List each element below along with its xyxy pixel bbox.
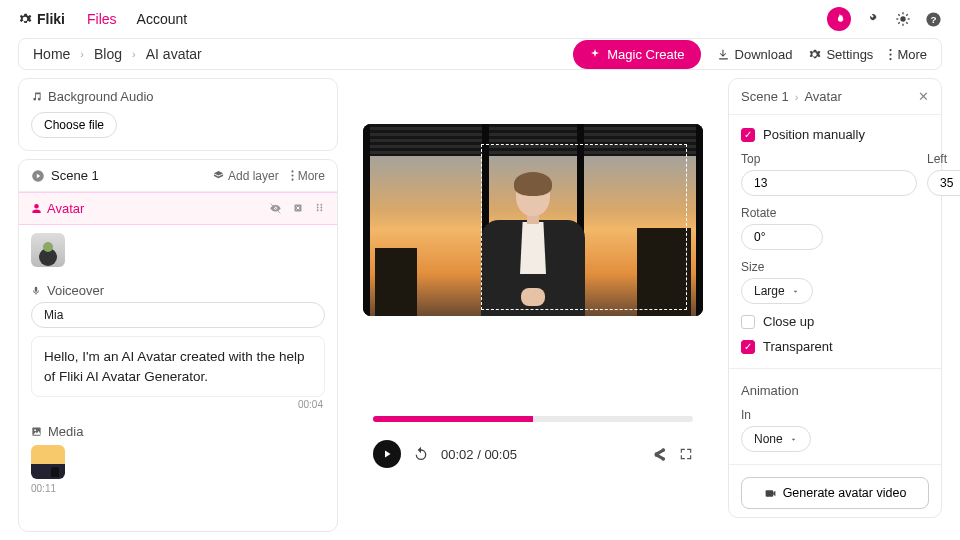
chevron-down-icon [789,435,798,444]
svg-point-11 [890,48,892,50]
time-display: 00:02 / 00:05 [441,447,517,462]
tools-icon[interactable] [865,11,881,27]
gear-icon [18,12,32,26]
visibility-off-icon[interactable] [269,202,282,215]
svg-line-7 [898,22,899,23]
position-manually-checkbox[interactable] [741,128,755,142]
left-label: Left [927,152,960,166]
closeup-label: Close up [763,314,814,329]
crumb-current[interactable]: AI avatar [146,46,202,62]
magic-create-button[interactable]: Magic Create [573,40,700,69]
play-circle-icon[interactable] [31,169,45,183]
svg-line-5 [898,14,899,15]
media-duration: 00:11 [19,481,337,504]
transparent-label: Transparent [763,339,833,354]
svg-point-22 [320,207,322,209]
svg-line-8 [906,14,907,15]
svg-point-24 [320,209,322,211]
transcript-text[interactable]: Hello, I'm an AI Avatar created with the… [31,336,325,397]
chevron-right-icon: › [132,48,136,60]
voiceover-duration: 00:04 [19,399,337,416]
replay-button[interactable] [413,446,429,462]
settings-button[interactable]: Settings [808,47,873,62]
svg-point-15 [291,170,293,172]
chevron-right-icon: › [80,48,84,60]
layers-icon [213,170,224,181]
share-icon [652,447,667,462]
scene-more-button[interactable]: More [291,169,325,183]
generate-avatar-button[interactable]: Generate avatar video [741,477,929,509]
svg-point-20 [320,204,322,206]
progress-bar[interactable] [373,416,693,422]
fullscreen-icon [679,447,693,461]
svg-point-0 [900,16,905,21]
download-button[interactable]: Download [717,47,793,62]
transparent-checkbox[interactable] [741,340,755,354]
avatar-thumbnail[interactable] [31,233,65,267]
selection-box[interactable] [481,144,687,310]
share-button[interactable] [652,447,667,462]
mic-icon [31,286,41,296]
svg-point-13 [890,57,892,59]
tab-account[interactable]: Account [137,11,188,27]
rotate-input[interactable] [741,224,823,250]
streak-badge[interactable] [827,7,851,31]
media-thumbnail[interactable] [31,445,65,479]
svg-point-12 [890,53,892,55]
left-input[interactable] [927,170,960,196]
video-icon [764,487,777,500]
voice-chip[interactable]: Mia [31,302,325,328]
size-select[interactable]: Large [741,278,813,304]
svg-point-21 [317,207,319,209]
play-button[interactable] [373,440,401,468]
tab-files[interactable]: Files [87,11,117,27]
replay-icon [413,446,429,462]
more-button[interactable]: More [889,47,927,62]
svg-line-6 [906,22,907,23]
more-vertical-icon [291,170,294,181]
theme-icon[interactable] [895,11,911,27]
scene-card: Scene 1 Add layer More Avatar [18,159,338,532]
avatar-layer-row[interactable]: Avatar [19,192,337,225]
image-icon [31,426,42,437]
choose-file-button[interactable]: Choose file [31,112,117,138]
background-audio-label: Background Audio [48,89,154,104]
panel-crumb-scene[interactable]: Scene 1 [741,89,789,104]
background-audio-card: Background Audio Choose file [18,78,338,151]
brand-name: Fliki [37,11,65,27]
crumb-home[interactable]: Home [33,46,70,62]
chevron-right-icon: › [795,91,799,103]
brand[interactable]: Fliki [18,11,65,27]
media-label: Media [48,424,83,439]
person-icon [31,203,42,214]
drag-handle-icon[interactable] [314,202,325,213]
chevron-down-icon [791,287,800,296]
svg-rect-27 [765,490,773,497]
add-layer-button[interactable]: Add layer [213,169,279,183]
animation-in-select[interactable]: None [741,426,811,452]
panel-crumb-avatar[interactable]: Avatar [804,89,841,104]
svg-point-23 [317,209,319,211]
svg-text:?: ? [930,14,936,25]
rotate-label: Rotate [741,206,929,220]
more-vertical-icon [889,48,892,61]
crumb-blog[interactable]: Blog [94,46,122,62]
svg-point-17 [291,179,293,181]
fullscreen-button[interactable] [679,447,693,462]
scene-title: Scene 1 [51,168,99,183]
voiceover-label: Voiceover [47,283,104,298]
help-icon[interactable]: ? [925,11,942,28]
video-preview[interactable] [363,124,703,316]
closeup-checkbox[interactable] [741,315,755,329]
fire-icon [833,13,846,26]
avatar-label: Avatar [47,201,84,216]
play-icon [381,448,393,460]
gear-icon [808,48,821,61]
svg-point-26 [34,429,36,431]
delete-icon[interactable] [292,202,304,214]
top-label: Top [741,152,917,166]
top-input[interactable] [741,170,917,196]
close-panel-button[interactable]: ✕ [918,89,929,104]
svg-point-16 [291,174,293,176]
animation-in-label: In [741,408,929,422]
